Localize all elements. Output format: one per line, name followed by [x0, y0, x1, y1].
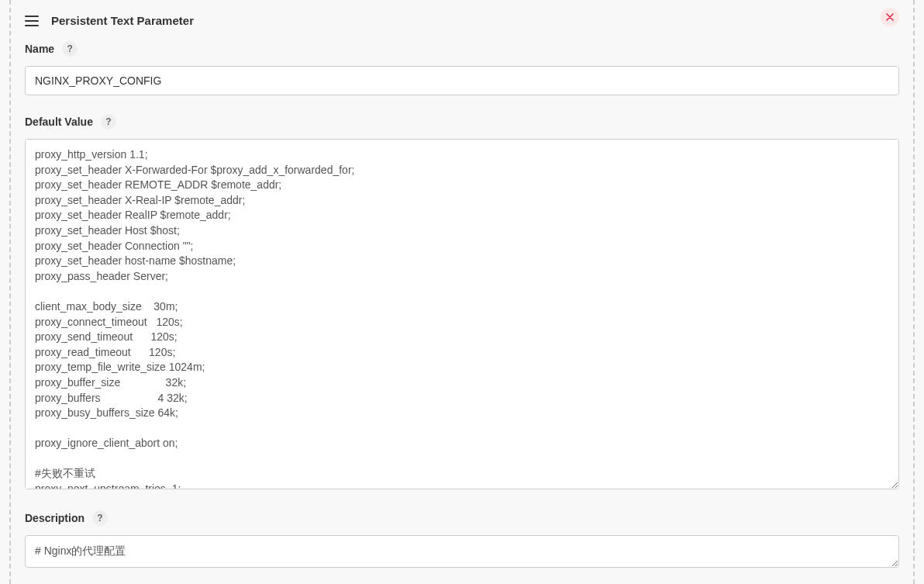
default-value-field-group: Default Value ? proxy_http_version 1.1; …: [25, 114, 899, 492]
close-icon: [886, 13, 894, 21]
description-help-icon[interactable]: ?: [92, 510, 108, 526]
default-value-label: Default Value: [25, 116, 93, 128]
name-input[interactable]: [25, 66, 899, 95]
close-button[interactable]: [881, 8, 899, 26]
description-textarea[interactable]: # Nginx的代理配置: [25, 535, 899, 568]
menu-icon[interactable]: [25, 16, 39, 26]
name-label: Name: [25, 43, 54, 55]
default-value-textarea[interactable]: proxy_http_version 1.1; proxy_set_header…: [25, 139, 899, 489]
default-value-help-icon[interactable]: ?: [101, 114, 116, 130]
name-help-icon[interactable]: ?: [62, 41, 78, 57]
description-field-group: Description ? # Nginx的代理配置: [25, 510, 899, 570]
panel-header: Persistent Text Parameter: [25, 0, 899, 41]
panel-title: Persistent Text Parameter: [51, 14, 194, 27]
description-label: Description: [25, 512, 84, 524]
name-field-group: Name ?: [25, 41, 899, 95]
